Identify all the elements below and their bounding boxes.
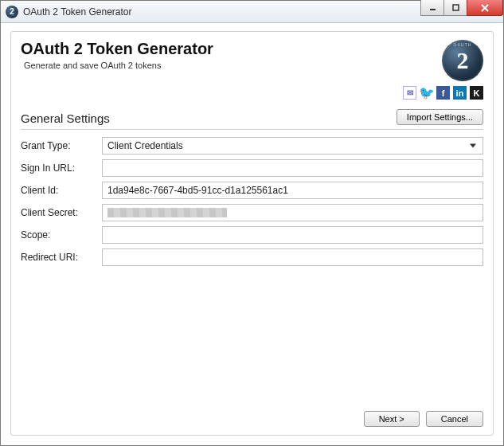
client-id-row: Client Id: 1da94e8c-7667-4bd5-91cc-d1a12… <box>21 182 483 199</box>
maximize-icon <box>452 4 459 11</box>
client-id-value: 1da94e8c-7667-4bd5-91cc-d1a125561ac1 <box>107 185 288 196</box>
footer-buttons: Next > Cancel <box>21 403 483 427</box>
linkedin-icon[interactable]: in <box>453 86 467 100</box>
section-header: General Settings Import Settings... <box>21 109 483 127</box>
social-links: ✉ 🐦 f in K <box>21 86 483 100</box>
inner-panel: OAuth 2 Token Generator Generate and sav… <box>10 31 494 436</box>
client-secret-masked-value <box>107 208 227 217</box>
next-button[interactable]: Next > <box>364 411 420 427</box>
cancel-button[interactable]: Cancel <box>426 411 483 427</box>
close-icon <box>481 4 489 12</box>
redirect-uri-input[interactable] <box>102 248 483 266</box>
scope-label: Scope: <box>21 229 102 241</box>
dialog-window: 2 OAuth 2 Token Generator OAuth 2 Token … <box>0 0 504 446</box>
window-title: OAuth 2 Token Generator <box>23 6 132 18</box>
app-icon: 2 <box>6 6 18 18</box>
title-bar[interactable]: 2 OAuth 2 Token Generator <box>1 1 503 23</box>
scope-input[interactable] <box>102 226 483 244</box>
twitter-icon[interactable]: 🐦 <box>420 86 433 100</box>
facebook-icon[interactable]: f <box>436 86 450 100</box>
content-area: OAuth 2 Token Generator Generate and sav… <box>1 23 503 445</box>
k-icon[interactable]: K <box>470 86 483 100</box>
minimize-button[interactable] <box>420 0 444 16</box>
client-secret-input[interactable] <box>102 204 483 221</box>
email-icon[interactable]: ✉ <box>403 86 416 100</box>
grant-type-row: Grant Type: Client Credentials <box>21 137 483 155</box>
header-row: OAuth 2 Token Generator Generate and sav… <box>21 40 483 81</box>
client-id-input[interactable]: 1da94e8c-7667-4bd5-91cc-d1a125561ac1 <box>102 182 483 199</box>
header-text: OAuth 2 Token Generator Generate and sav… <box>21 40 213 70</box>
scope-row: Scope: <box>21 226 483 244</box>
page-title: OAuth 2 Token Generator <box>21 40 213 58</box>
redirect-uri-row: Redirect URI: <box>21 248 483 266</box>
grant-type-value: Client Credentials <box>107 140 183 151</box>
import-settings-button[interactable]: Import Settings... <box>397 109 483 125</box>
grant-type-label: Grant Type: <box>21 140 102 151</box>
client-secret-row: Client Secret: <box>21 204 483 221</box>
oauth-logo: 2 <box>442 40 483 81</box>
signin-url-label: Sign In URL: <box>21 162 102 174</box>
section-title: General Settings <box>21 111 110 125</box>
minimize-icon <box>429 4 436 11</box>
redirect-uri-label: Redirect URI: <box>21 252 102 263</box>
maximize-button[interactable] <box>443 0 467 16</box>
page-subtitle: Generate and save OAuth 2 tokens <box>24 61 213 70</box>
client-id-label: Client Id: <box>21 185 102 196</box>
close-button[interactable] <box>467 0 503 16</box>
signin-url-row: Sign In URL: <box>21 159 483 177</box>
svg-rect-1 <box>453 5 459 10</box>
signin-url-input[interactable] <box>102 159 483 177</box>
client-secret-label: Client Secret: <box>21 207 102 218</box>
grant-type-select[interactable]: Client Credentials <box>102 137 483 155</box>
window-controls <box>421 0 503 16</box>
section-divider <box>21 129 483 130</box>
